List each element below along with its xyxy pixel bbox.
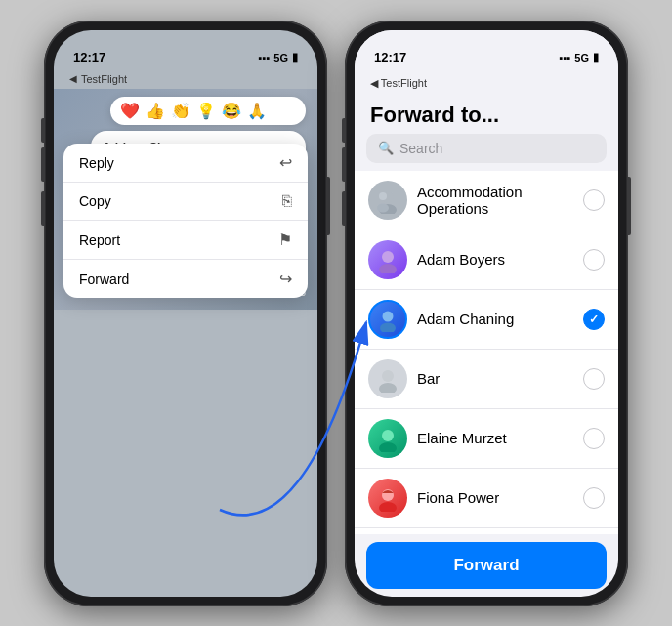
battery-icon: ▮	[292, 51, 298, 63]
volume-down-right	[342, 191, 345, 226]
checkbox-bar[interactable]	[583, 368, 605, 390]
power-button-right	[628, 177, 631, 235]
svg-point-13	[379, 442, 397, 452]
checkbox-accommodation-operations[interactable]	[583, 189, 605, 211]
emoji-reaction-bar: ❤️ 👍 👏 💡 😂 🙏	[110, 97, 306, 125]
context-report[interactable]: Report ⚑	[63, 221, 308, 260]
forward-icon: ↪	[279, 270, 292, 288]
avatar-accommodation-operations	[368, 181, 407, 220]
testflight-bar-left: ◀ TestFlight	[54, 73, 317, 89]
signal-icon-right: ▪▪▪	[560, 52, 571, 63]
svg-point-9	[380, 322, 396, 332]
clock-left: 12:17	[73, 50, 105, 64]
signal-icon: ▪▪▪	[259, 52, 271, 63]
context-copy[interactable]: Copy ⎘	[63, 183, 308, 221]
phone-left-screen: 12:17 ▪▪▪ 5G ▮ ◀ TestFlight ❤️ 👍 👏	[54, 30, 317, 597]
list-item-elaine-murzet[interactable]: Elaine Murzet	[355, 409, 618, 469]
reply-icon: ↩	[279, 153, 292, 172]
svg-point-10	[382, 370, 394, 382]
phone-left: 12:17 ▪▪▪ 5G ▮ ◀ TestFlight ❤️ 👍 👏	[44, 21, 327, 606]
contact-name-elaine-murzet: Elaine Murzet	[417, 430, 573, 446]
power-button	[327, 177, 330, 235]
svg-point-7	[379, 264, 397, 273]
phone-right-screen: 12:17 ▪▪▪ 5G ▮ ◀ TestFlight Forward to..…	[355, 30, 618, 597]
back-arrow-left: ◀	[69, 73, 77, 84]
svg-point-4	[379, 192, 387, 200]
context-reply[interactable]: Reply ↩	[63, 144, 308, 183]
chat-background: ❤️ 👍 👏 💡 😂 🙏 Adriana Simpson A new shipm…	[54, 89, 317, 311]
report-label: Report	[79, 232, 120, 248]
svg-point-12	[382, 430, 394, 441]
list-item-fiona-power[interactable]: Fiona Power	[355, 469, 618, 528]
status-bar-left: 12:17 ▪▪▪ 5G ▮	[54, 30, 317, 73]
silent-switch	[41, 118, 44, 143]
volume-up-button	[41, 147, 44, 182]
phone-right: 12:17 ▪▪▪ 5G ▮ ◀ TestFlight Forward to..…	[345, 21, 628, 606]
avatar-adam-chaning	[368, 300, 407, 339]
list-item-adam-chaning[interactable]: Adam Chaning	[355, 290, 618, 350]
context-menu: Reply ↩ Copy ⎘ Report ⚑ Forward ↪	[63, 144, 308, 298]
copy-label: Copy	[79, 193, 111, 209]
avatar-elaine-murzet	[368, 419, 407, 458]
checkbox-fiona-power[interactable]	[583, 487, 605, 509]
report-icon: ⚑	[278, 230, 292, 249]
emoji-lightbulb: 💡	[196, 102, 216, 120]
search-bar[interactable]: 🔍 Search	[366, 134, 607, 163]
status-icons-right: ▪▪▪ 5G ▮	[560, 51, 599, 63]
context-forward[interactable]: Forward ↪	[63, 260, 308, 298]
copy-icon: ⎘	[282, 192, 292, 210]
emoji-laugh: 😂	[222, 102, 241, 120]
svg-point-5	[377, 203, 389, 212]
network-type-right: 5G	[574, 52, 589, 63]
battery-icon-right: ▮	[593, 51, 599, 63]
contact-name-adam-chaning: Adam Chaning	[417, 311, 573, 327]
list-item-accommodation-operations[interactable]: Accommodation Operations	[355, 171, 618, 230]
emoji-pray: 🙏	[247, 102, 267, 120]
contact-name-fiona-power: Fiona Power	[417, 489, 573, 506]
contact-name-bar: Bar	[417, 370, 573, 387]
search-placeholder: Search	[399, 141, 442, 156]
checkbox-adam-chaning[interactable]	[583, 309, 605, 330]
emoji-clap: 👏	[171, 102, 190, 120]
status-bar-right: 12:17 ▪▪▪ 5G ▮	[355, 30, 618, 73]
reply-label: Reply	[79, 155, 114, 171]
silent-switch-right	[342, 118, 345, 143]
testflight-label-right: ◀ TestFlight	[370, 77, 427, 89]
testflight-label-left: TestFlight	[81, 73, 127, 85]
checkbox-adam-boyers[interactable]	[583, 249, 605, 271]
forward-button[interactable]: Forward	[366, 542, 607, 589]
avatar-adam-boyers	[368, 240, 407, 279]
avatar-fiona-power	[368, 479, 407, 518]
svg-point-8	[383, 311, 394, 321]
checkbox-elaine-murzet[interactable]	[583, 428, 605, 449]
testflight-bar-right: ◀ TestFlight	[355, 73, 618, 95]
svg-point-11	[379, 383, 397, 393]
contact-list: Accommodation Operations Adam Boyers	[355, 171, 618, 534]
svg-point-15	[379, 502, 397, 512]
volume-up-right	[342, 147, 345, 182]
avatar-bar	[368, 359, 407, 398]
forward-title: Forward to...	[355, 95, 618, 134]
list-item-john-smith[interactable]: John Smith	[355, 528, 618, 534]
svg-point-6	[382, 251, 394, 263]
forward-label: Forward	[79, 271, 129, 287]
network-type: 5G	[273, 52, 288, 63]
clock-right: 12:17	[374, 50, 406, 64]
contact-name-accommodation-operations: Accommodation Operations	[417, 184, 573, 217]
list-item-adam-boyers[interactable]: Adam Boyers	[355, 230, 618, 290]
status-icons-left: ▪▪▪ 5G ▮	[259, 51, 298, 63]
emoji-thumbsup: 👍	[146, 102, 165, 120]
emoji-heart: ❤️	[120, 102, 140, 120]
volume-down-button	[41, 191, 44, 226]
list-item-bar[interactable]: Bar	[355, 350, 618, 409]
scene: 12:17 ▪▪▪ 5G ▮ ◀ TestFlight ❤️ 👍 👏	[0, 0, 672, 626]
contact-name-adam-boyers: Adam Boyers	[417, 251, 573, 268]
search-icon: 🔍	[378, 141, 394, 155]
